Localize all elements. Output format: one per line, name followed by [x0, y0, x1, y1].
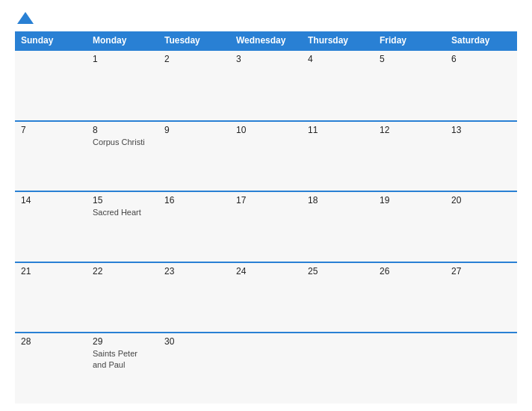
day-cell: 12 [374, 121, 445, 192]
day-cell: 25 [302, 262, 374, 333]
weekday-header-row: SundayMondayTuesdayWednesdayThursdayFrid… [15, 31, 517, 50]
day-cell: 11 [302, 121, 374, 192]
day-number: 26 [380, 266, 439, 276]
day-cell: 15Sacred Heart [87, 191, 158, 262]
day-cell: 28 [15, 333, 87, 404]
calendar-page: SundayMondayTuesdayWednesdayThursdayFrid… [0, 0, 532, 411]
day-number: 15 [93, 195, 152, 206]
day-cell: 16 [158, 191, 230, 262]
day-number: 17 [236, 195, 296, 206]
day-cell: 20 [445, 191, 517, 262]
weekday-header-wednesday: Wednesday [230, 31, 302, 50]
day-number: 19 [380, 195, 439, 206]
day-cell: 2 [158, 50, 230, 121]
weekday-header-sunday: Sunday [15, 31, 87, 50]
logo-flag-icon [17, 12, 34, 24]
day-cell: 10 [230, 121, 302, 192]
day-number: 23 [164, 266, 224, 276]
day-number: 18 [308, 195, 368, 206]
day-cell: 14 [15, 191, 87, 262]
header [15, 12, 517, 24]
svg-marker-0 [17, 12, 34, 24]
day-number: 12 [380, 125, 439, 135]
week-row-4: 2829Saints Peter and Paul30 [15, 333, 517, 404]
day-number: 22 [93, 266, 152, 276]
day-cell [374, 333, 445, 404]
day-number: 25 [308, 266, 368, 276]
weekday-header-thursday: Thursday [302, 31, 374, 50]
day-number: 27 [451, 266, 511, 276]
day-cell: 8Corpus Christi [87, 121, 158, 192]
day-number: 2 [164, 54, 224, 64]
day-cell [15, 50, 87, 121]
day-number: 14 [21, 195, 81, 206]
day-number: 28 [21, 336, 81, 347]
day-number: 1 [93, 54, 152, 64]
day-cell: 6 [445, 50, 517, 121]
day-cell: 22 [87, 262, 158, 333]
day-cell: 30 [158, 333, 230, 404]
day-number: 9 [164, 125, 224, 135]
day-cell [302, 333, 374, 404]
day-cell [230, 333, 302, 404]
day-cell: 1 [87, 50, 158, 121]
logo [15, 12, 34, 24]
day-cell: 3 [230, 50, 302, 121]
week-row-3: 21222324252627 [15, 262, 517, 333]
day-number: 29 [93, 336, 152, 347]
calendar-table: SundayMondayTuesdayWednesdayThursdayFrid… [15, 31, 517, 404]
day-number: 20 [451, 195, 511, 206]
day-cell [445, 333, 517, 404]
day-number: 7 [21, 125, 81, 135]
day-cell: 17 [230, 191, 302, 262]
day-number: 4 [308, 54, 368, 64]
day-cell: 27 [445, 262, 517, 333]
day-cell: 13 [445, 121, 517, 192]
week-row-2: 1415Sacred Heart1617181920 [15, 191, 517, 262]
day-cell: 18 [302, 191, 374, 262]
weekday-header-saturday: Saturday [445, 31, 517, 50]
day-number: 11 [308, 125, 368, 135]
day-number: 13 [451, 125, 511, 135]
day-cell: 9 [158, 121, 230, 192]
day-number: 16 [164, 195, 224, 206]
day-cell: 23 [158, 262, 230, 333]
day-cell: 5 [374, 50, 445, 121]
weekday-header-monday: Monday [87, 31, 158, 50]
day-number: 3 [236, 54, 296, 64]
holiday-name: Corpus Christi [93, 137, 152, 147]
day-cell: 24 [230, 262, 302, 333]
week-row-1: 78Corpus Christi910111213 [15, 121, 517, 192]
day-cell: 29Saints Peter and Paul [87, 333, 158, 404]
day-cell: 7 [15, 121, 87, 192]
holiday-name: Sacred Heart [93, 207, 152, 217]
day-number: 21 [21, 266, 81, 276]
day-cell: 21 [15, 262, 87, 333]
holiday-name: Saints Peter and Paul [93, 348, 152, 370]
day-cell: 19 [374, 191, 445, 262]
day-cell: 4 [302, 50, 374, 121]
day-number: 10 [236, 125, 296, 135]
weekday-header-tuesday: Tuesday [158, 31, 230, 50]
day-number: 24 [236, 266, 296, 276]
day-number: 30 [164, 336, 224, 347]
day-number: 5 [380, 54, 439, 64]
day-number: 6 [451, 54, 511, 64]
day-cell: 26 [374, 262, 445, 333]
day-number: 8 [93, 125, 152, 135]
weekday-header-friday: Friday [374, 31, 445, 50]
week-row-0: 123456 [15, 50, 517, 121]
